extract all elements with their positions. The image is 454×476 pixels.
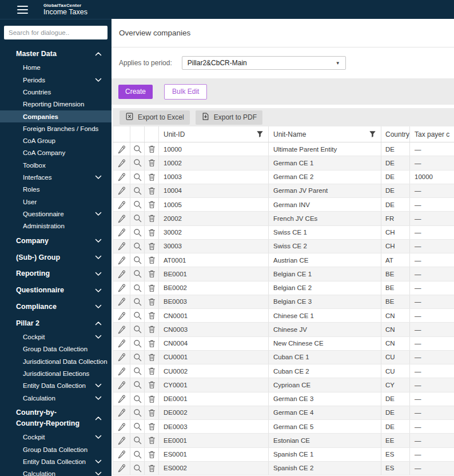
bulk-edit-button[interactable]: Bulk Edit (164, 84, 207, 100)
sidebar-item-coa-group[interactable]: CoA Group (0, 135, 111, 147)
view-magnifier-icon[interactable] (130, 156, 144, 169)
delete-trash-icon[interactable] (145, 337, 158, 350)
sidebar-item-toolbox[interactable]: Toolbox (0, 159, 111, 171)
delete-trash-icon[interactable] (145, 462, 158, 475)
sidebar-item-administration[interactable]: Administration (0, 220, 111, 232)
view-magnifier-icon[interactable] (130, 198, 144, 211)
view-magnifier-icon[interactable] (130, 420, 144, 433)
view-magnifier-icon[interactable] (130, 323, 144, 336)
edit-pencil-icon[interactable] (113, 323, 130, 336)
hamburger-menu-icon[interactable] (17, 6, 28, 14)
delete-trash-icon[interactable] (145, 281, 158, 295)
delete-trash-icon[interactable] (145, 309, 158, 322)
sidebar-item-group-data-collection[interactable]: Group Data Collection (0, 443, 111, 455)
sidebar-item-home[interactable]: Home (0, 62, 111, 74)
sidebar-item-cockpit[interactable]: Cockpit (0, 331, 111, 343)
delete-trash-icon[interactable] (145, 184, 158, 197)
view-magnifier-icon[interactable] (130, 295, 144, 308)
edit-pencil-icon[interactable] (113, 434, 130, 447)
delete-trash-icon[interactable] (145, 198, 158, 211)
sidebar-item-roles[interactable]: Roles (0, 184, 111, 196)
view-magnifier-icon[interactable] (130, 170, 144, 184)
view-magnifier-icon[interactable] (130, 253, 144, 267)
view-magnifier-icon[interactable] (130, 281, 144, 295)
edit-pencil-icon[interactable] (113, 309, 130, 322)
delete-trash-icon[interactable] (145, 434, 158, 447)
edit-pencil-icon[interactable] (113, 253, 130, 267)
view-magnifier-icon[interactable] (130, 240, 144, 253)
delete-trash-icon[interactable] (145, 226, 158, 239)
view-magnifier-icon[interactable] (130, 364, 144, 378)
sidebar-item-questionnaire[interactable]: Questionnaire (0, 285, 111, 296)
view-magnifier-icon[interactable] (130, 448, 144, 461)
period-select[interactable]: Pillar2&CbCR-Main ▼ (182, 56, 346, 70)
export-pdf-button[interactable]: Export to PDF (196, 110, 262, 125)
view-magnifier-icon[interactable] (130, 392, 144, 406)
edit-pencil-icon[interactable] (113, 462, 130, 475)
view-magnifier-icon[interactable] (130, 142, 144, 156)
delete-trash-icon[interactable] (145, 142, 158, 156)
view-magnifier-icon[interactable] (130, 226, 144, 239)
edit-pencil-icon[interactable] (113, 337, 130, 350)
edit-pencil-icon[interactable] (113, 295, 130, 308)
delete-trash-icon[interactable] (145, 448, 158, 461)
sidebar-item-companies[interactable]: Companies (0, 110, 111, 122)
sidebar-item-calculation[interactable]: Calculation (0, 392, 111, 404)
sidebar-item-calculation[interactable]: Calculation (0, 468, 111, 476)
view-magnifier-icon[interactable] (130, 462, 144, 475)
view-magnifier-icon[interactable] (130, 184, 144, 197)
delete-trash-icon[interactable] (145, 420, 158, 433)
edit-pencil-icon[interactable] (113, 156, 130, 169)
edit-pencil-icon[interactable] (113, 406, 130, 419)
sidebar-item-jurisdictional-elections[interactable]: Jurisdictional Elections (0, 367, 111, 379)
sidebar-item-countries[interactable]: Countries (0, 86, 111, 98)
delete-trash-icon[interactable] (145, 351, 158, 364)
view-magnifier-icon[interactable] (130, 378, 144, 391)
delete-trash-icon[interactable] (145, 267, 158, 280)
delete-trash-icon[interactable] (145, 212, 158, 225)
delete-trash-icon[interactable] (145, 240, 158, 253)
delete-trash-icon[interactable] (145, 406, 158, 419)
edit-pencil-icon[interactable] (113, 184, 130, 197)
edit-pencil-icon[interactable] (113, 212, 130, 225)
edit-pencil-icon[interactable] (113, 448, 130, 461)
sidebar-item-coa-company[interactable]: CoA Company (0, 147, 111, 159)
sidebar-item-group-data-collection[interactable]: Group Data Collection (0, 343, 111, 355)
view-magnifier-icon[interactable] (130, 351, 144, 364)
sidebar-item-foreign-branches-fonds[interactable]: Foreign Branches / Fonds (0, 122, 111, 134)
sidebar-item-reporting-dimension[interactable]: Reporting Dimension (0, 98, 111, 110)
export-excel-button[interactable]: Export to Excel (120, 110, 190, 125)
sidebar-item-cockpit[interactable]: Cockpit (0, 431, 111, 443)
sidebar-item-interfaces[interactable]: Interfaces (0, 171, 111, 183)
sidebar-item-reporting[interactable]: Reporting (0, 268, 111, 279)
delete-trash-icon[interactable] (145, 253, 158, 267)
edit-pencil-icon[interactable] (113, 267, 130, 280)
edit-pencil-icon[interactable] (113, 170, 130, 184)
delete-trash-icon[interactable] (145, 156, 158, 169)
view-magnifier-icon[interactable] (130, 309, 144, 322)
edit-pencil-icon[interactable] (113, 142, 130, 156)
sidebar-item-entity-data-collection[interactable]: Entity Data Collection (0, 455, 111, 467)
view-magnifier-icon[interactable] (130, 406, 144, 419)
filter-funnel-icon[interactable] (256, 130, 264, 138)
view-magnifier-icon[interactable] (130, 434, 144, 447)
view-magnifier-icon[interactable] (130, 337, 144, 350)
edit-pencil-icon[interactable] (113, 420, 130, 433)
delete-trash-icon[interactable] (145, 170, 158, 184)
sidebar-item-user[interactable]: User (0, 196, 111, 208)
sidebar-item-master-data[interactable]: Master Data (0, 49, 111, 60)
sidebar-item-sub-group[interactable]: (Sub-) Group (0, 252, 111, 263)
edit-pencil-icon[interactable] (113, 240, 130, 253)
delete-trash-icon[interactable] (145, 323, 158, 336)
edit-pencil-icon[interactable] (113, 226, 130, 239)
view-magnifier-icon[interactable] (130, 267, 144, 280)
delete-trash-icon[interactable] (145, 364, 158, 378)
edit-pencil-icon[interactable] (113, 351, 130, 364)
sidebar-item-periods[interactable]: Periods (0, 74, 111, 86)
delete-trash-icon[interactable] (145, 378, 158, 391)
sidebar-item-pillar-2[interactable]: Pillar 2 (0, 318, 111, 329)
sidebar-item-compliance[interactable]: Compliance (0, 302, 111, 312)
edit-pencil-icon[interactable] (113, 392, 130, 406)
delete-trash-icon[interactable] (145, 295, 158, 308)
view-magnifier-icon[interactable] (130, 212, 144, 225)
